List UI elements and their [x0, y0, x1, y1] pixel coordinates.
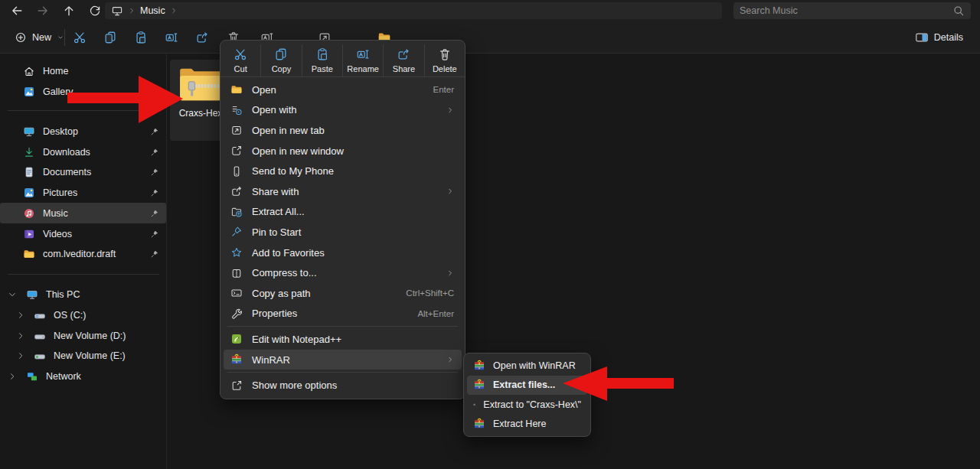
toolbar-separator	[64, 29, 65, 46]
home-icon	[23, 65, 35, 77]
menu-item-winrar[interactable]: WinRAR	[224, 350, 462, 370]
menu-item-open-in-new-tab[interactable]: Open in new tab	[224, 120, 462, 141]
chevron-right-icon	[446, 187, 454, 195]
menu-item-open-in-new-window[interactable]: Open in new window	[224, 141, 462, 161]
forward-button[interactable]	[32, 2, 54, 19]
navigation-pane: Home Gallery Desktop Downloads Documents…	[0, 54, 166, 469]
sidebar-item-this-pc[interactable]: This PC	[0, 284, 166, 305]
cut-button[interactable]	[67, 27, 92, 48]
up-icon	[62, 4, 76, 18]
details-pane-icon	[915, 31, 929, 44]
back-button[interactable]	[6, 2, 28, 19]
menu-item-copy-as-path[interactable]: Copy as path Ctrl+Shift+C	[224, 283, 462, 304]
share-icon	[397, 47, 410, 61]
menu-divider	[227, 372, 458, 373]
chevron-right-icon	[446, 269, 454, 277]
sidebar-item-downloads[interactable]: Downloads	[0, 142, 166, 162]
chevron-down-icon[interactable]	[8, 290, 17, 299]
sidebar-item-new-volume-e[interactable]: New Volume (E:)	[0, 345, 166, 366]
new-button[interactable]: New	[8, 27, 71, 48]
submenu-item-open-with-winrar[interactable]: Open with WinRAR	[467, 356, 587, 376]
compress-icon	[230, 267, 243, 279]
chevron-right-icon[interactable]	[16, 311, 25, 320]
this-pc-icon	[111, 5, 123, 17]
trash-icon	[438, 47, 452, 61]
up-button[interactable]	[58, 2, 80, 19]
sidebar-item-os-c[interactable]: OS (C:)	[0, 305, 166, 325]
cut-button[interactable]: Cut	[220, 44, 260, 77]
copy-button[interactable]: Copy	[260, 44, 301, 77]
extract-all-icon	[230, 206, 243, 218]
share-button[interactable]	[190, 27, 214, 48]
chevron-right-icon[interactable]	[8, 372, 17, 381]
sidebar-item-documents[interactable]: Documents	[0, 161, 166, 182]
sidebar-item-gallery[interactable]: Gallery	[0, 81, 166, 102]
copy-button[interactable]	[98, 27, 122, 48]
sidebar-item-lveditor-draft[interactable]: com.lveditor.draft	[0, 243, 166, 264]
videos-icon	[23, 228, 35, 240]
back-icon	[10, 4, 24, 18]
sidebar-divider	[8, 274, 159, 275]
submenu-item-extract-to-craxs-hex[interactable]: Extract to "Craxs-Hex\"	[467, 395, 587, 415]
menu-item-send-to-my-phone[interactable]: Send to My Phone	[224, 161, 462, 181]
paste-button[interactable]	[129, 27, 153, 48]
menu-item-edit-with-notepadpp[interactable]: Edit with Notepad++	[224, 329, 462, 350]
menu-item-share-with[interactable]: Share with	[224, 181, 462, 202]
menu-item-add-to-favorites[interactable]: Add to Favorites	[224, 243, 462, 263]
share-icon	[230, 185, 243, 197]
sidebar-item-videos[interactable]: Videos	[0, 223, 166, 244]
menu-item-compress-to[interactable]: Compress to...	[224, 262, 462, 283]
pin-icon	[150, 249, 159, 259]
menu-item-show-more-options[interactable]: Show more options	[224, 375, 462, 396]
sidebar-item-new-volume-d[interactable]: New Volume (D:)	[0, 325, 166, 346]
menu-item-pin-to-start[interactable]: Pin to Start	[224, 222, 462, 243]
os-drive-icon	[34, 309, 46, 321]
network-icon	[26, 370, 38, 383]
phone-icon	[230, 165, 243, 178]
delete-button[interactable]: Delete	[424, 44, 465, 77]
more-options-icon	[230, 379, 243, 392]
pin-icon	[150, 188, 159, 197]
pin-icon	[150, 209, 159, 218]
notepadpp-icon	[230, 333, 243, 345]
share-icon	[195, 31, 209, 44]
rename-button[interactable]: Rename	[342, 44, 383, 77]
downloads-icon	[23, 146, 35, 158]
submenu-item-extract-here[interactable]: Extract Here	[467, 415, 587, 435]
search-input[interactable]	[740, 5, 952, 16]
sidebar-item-network[interactable]: Network	[0, 366, 166, 386]
open-with-icon	[230, 104, 243, 116]
breadcrumb[interactable]: Music	[140, 5, 165, 16]
sidebar-item-music[interactable]: Music	[0, 203, 166, 223]
rename-button[interactable]	[159, 27, 184, 48]
chevron-right-icon	[446, 106, 454, 114]
documents-icon	[23, 166, 35, 178]
menu-divider	[227, 326, 458, 327]
sidebar-item-pictures[interactable]: Pictures	[0, 182, 166, 203]
search-box[interactable]	[733, 2, 971, 19]
pin-icon	[150, 168, 159, 177]
sidebar-item-home[interactable]: Home	[0, 60, 166, 81]
refresh-button[interactable]	[84, 2, 106, 19]
pin-outline-icon	[230, 226, 243, 238]
winrar-icon	[473, 399, 475, 411]
menu-item-open-with[interactable]: Open with	[224, 100, 462, 121]
context-menu-quick-actions: Cut Copy Paste Rename Share Delete	[220, 41, 465, 77]
menu-item-open[interactable]: Open Enter	[224, 80, 462, 100]
copy-icon	[274, 47, 288, 61]
plus-circle-icon	[15, 31, 27, 44]
menu-item-properties[interactable]: Properties Alt+Enter	[224, 304, 462, 324]
sidebar-item-desktop[interactable]: Desktop	[0, 121, 166, 142]
search-icon	[952, 5, 965, 17]
menu-item-extract-all[interactable]: Extract All...	[224, 202, 462, 223]
paste-button[interactable]: Paste	[302, 44, 342, 77]
chevron-right-icon[interactable]	[16, 331, 25, 340]
music-icon	[23, 207, 35, 220]
details-button[interactable]: Details	[909, 27, 969, 48]
submenu-item-extract-files[interactable]: Extract files...	[467, 376, 587, 396]
share-button[interactable]: Share	[383, 44, 423, 77]
title-bar: Music	[0, 0, 980, 21]
chevron-right-icon[interactable]	[16, 351, 25, 360]
address-bar[interactable]: Music	[105, 2, 722, 19]
pin-icon	[150, 148, 159, 157]
